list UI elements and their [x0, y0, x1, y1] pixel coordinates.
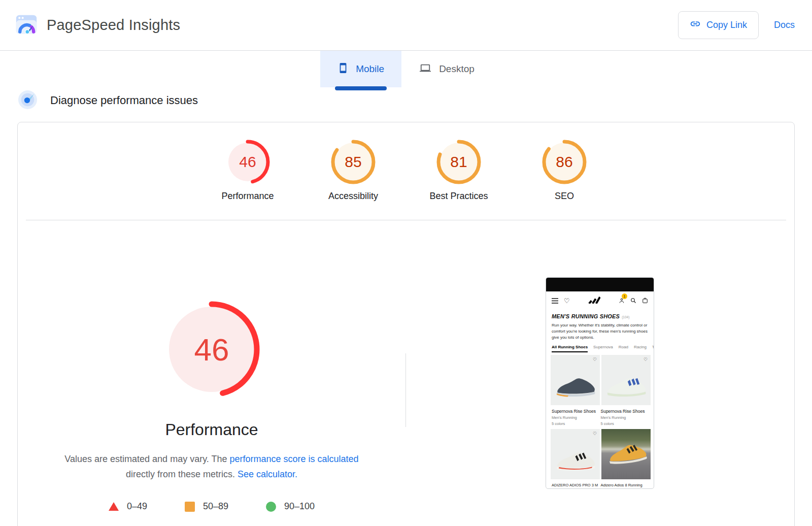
- product-captions-row2: ADIZERO ADIOS PRO 3 M Adizero Adios 8 Ru…: [546, 479, 654, 487]
- laptop-icon: [419, 62, 432, 76]
- pass-circle-icon: [266, 502, 276, 512]
- brand[interactable]: PageSpeed Insights: [15, 13, 180, 38]
- tab-mobile[interactable]: Mobile: [320, 51, 401, 87]
- see-calculator-link[interactable]: See calculator.: [238, 469, 297, 479]
- legend-pass: 90–100: [266, 501, 315, 512]
- seo-gauge-ring: 86: [542, 139, 587, 185]
- accessibility-score: 85: [330, 139, 376, 185]
- performance-label: Performance: [221, 191, 274, 202]
- performance-description: Values are estimated and may vary. The p…: [55, 451, 368, 482]
- search-icon: [630, 297, 636, 306]
- heart-icon: ♡: [644, 357, 648, 362]
- shoe-illustration-yellow: [604, 437, 651, 470]
- seo-label: SEO: [555, 191, 574, 202]
- screenshot-description: Run your way. Whether it's stability, cl…: [546, 319, 654, 341]
- performance-detail-section: 46 Performance Values are estimated and …: [18, 220, 794, 512]
- shoe-illustration-dark: [553, 372, 600, 402]
- performance-detail-title: Performance: [165, 420, 258, 439]
- big-performance-score: 46: [163, 301, 260, 398]
- product-colors: 5 colors: [601, 421, 649, 426]
- shoe-illustration-white: [553, 446, 600, 476]
- seo-score: 86: [542, 139, 587, 185]
- notification-badge: 1: [622, 293, 627, 299]
- diagnose-title: Diagnose performance issues: [50, 94, 198, 107]
- product-image-2: ♡: [601, 355, 651, 405]
- page-screenshot-thumbnail[interactable]: ♡: [546, 277, 654, 489]
- best-practices-label: Best Practices: [429, 191, 488, 202]
- legend-fail: 0–49: [109, 501, 147, 512]
- copy-link-button[interactable]: Copy Link: [678, 11, 759, 39]
- wishlist-heart-icon: ♡: [564, 298, 570, 304]
- docs-link[interactable]: Docs: [774, 20, 795, 30]
- copy-link-label: Copy Link: [706, 20, 747, 30]
- tab-mobile-label: Mobile: [356, 63, 384, 75]
- product-card-1: Supernova Rise Shoes Men's Running 5 col…: [552, 409, 599, 426]
- filter-tab-supernova: Supernova: [593, 345, 613, 352]
- accessibility-gauge-ring: 85: [330, 139, 376, 185]
- device-tabs: Mobile Desktop: [0, 51, 812, 90]
- gauge-performance[interactable]: 46 Performance: [209, 139, 286, 202]
- filter-tab-racing: Racing: [634, 345, 647, 352]
- tab-desktop-label: Desktop: [439, 63, 475, 75]
- screenshot-filter-tabs: All Running Shoes Supernova Road Racing …: [546, 345, 654, 352]
- performance-score: 46: [225, 139, 270, 185]
- score-calculation-link[interactable]: performance score is calculated: [230, 454, 359, 464]
- product-grid-row2: ♡: [546, 429, 654, 479]
- shopping-bag-icon: [642, 297, 648, 306]
- app-title: PageSpeed Insights: [47, 17, 180, 34]
- pagespeed-logo-icon: [15, 13, 38, 38]
- product-category: Men's Running: [552, 415, 599, 420]
- vertical-divider: [405, 353, 406, 427]
- desc-middle: directly from these metrics.: [126, 469, 238, 479]
- product-grid-row1: ♡ ♡: [546, 355, 654, 405]
- gauge-seo[interactable]: 86 SEO: [526, 139, 603, 202]
- product-name: Supernova Rise Shoes: [601, 409, 649, 414]
- app-header: PageSpeed Insights Copy Link Docs: [0, 0, 812, 51]
- product-name: Adizero Adios 8 Running: [601, 483, 649, 487]
- legend-average-range: 50–89: [203, 501, 228, 512]
- heart-icon: ♡: [593, 432, 597, 436]
- fail-triangle-icon: [109, 502, 119, 511]
- product-captions-row1: Supernova Rise Shoes Men's Running 5 col…: [546, 405, 654, 426]
- screenshot-page-title: MEN'S RUNNING SHOES: [552, 313, 620, 319]
- speedometer-icon: [18, 90, 37, 111]
- filter-tab-road: Road: [619, 345, 628, 352]
- product-card-2: Supernova Rise Shoes Men's Running 5 col…: [601, 409, 649, 426]
- product-image-3: ♡: [551, 429, 600, 479]
- legend-pass-range: 90–100: [284, 501, 315, 512]
- legend-fail-range: 0–49: [127, 501, 147, 512]
- heart-icon: ♡: [593, 357, 597, 362]
- product-name: ADIZERO ADIOS PRO 3 M: [552, 483, 599, 487]
- score-legend: 0–49 50–89 90–100: [109, 501, 315, 512]
- link-icon: [690, 18, 701, 32]
- product-image-4-photo: [601, 429, 651, 479]
- product-category: Men's Running: [601, 415, 649, 420]
- performance-gauge-ring: 46: [225, 139, 270, 185]
- filter-tab-all: All Running Shoes: [552, 345, 588, 352]
- category-gauges: 46 Performance 85 Accessibility 81: [18, 122, 794, 202]
- average-square-icon: [185, 502, 195, 512]
- account-icon: 1: [619, 297, 625, 306]
- tab-desktop[interactable]: Desktop: [401, 51, 492, 87]
- product-name: Supernova Rise Shoes: [552, 409, 599, 414]
- adidas-logo: [588, 296, 600, 306]
- smartphone-icon: [337, 62, 349, 76]
- big-performance-gauge: 46: [163, 301, 260, 398]
- shoe-illustration-light: [604, 372, 651, 402]
- product-colors: 5 colors: [552, 421, 599, 426]
- gauge-accessibility[interactable]: 85 Accessibility: [315, 139, 392, 202]
- legend-average: 50–89: [185, 501, 228, 512]
- gauge-best-practices[interactable]: 81 Best Practices: [420, 139, 497, 202]
- best-practices-score: 81: [436, 139, 482, 185]
- desc-prefix: Values are estimated and may vary. The: [64, 454, 229, 464]
- filter-tab-cut: T: [652, 345, 654, 352]
- report-card: 46 Performance 85 Accessibility 81: [17, 122, 795, 526]
- screenshot-navbar: ♡: [546, 291, 654, 310]
- best-practices-gauge-ring: 81: [436, 139, 482, 185]
- screenshot-top-banner: [546, 278, 654, 291]
- product-image-1: ♡: [551, 355, 600, 405]
- hamburger-menu-icon: [552, 297, 558, 306]
- diagnose-section-header: Diagnose performance issues: [18, 90, 812, 111]
- screenshot-result-count: (104): [622, 315, 629, 319]
- accessibility-label: Accessibility: [328, 191, 378, 202]
